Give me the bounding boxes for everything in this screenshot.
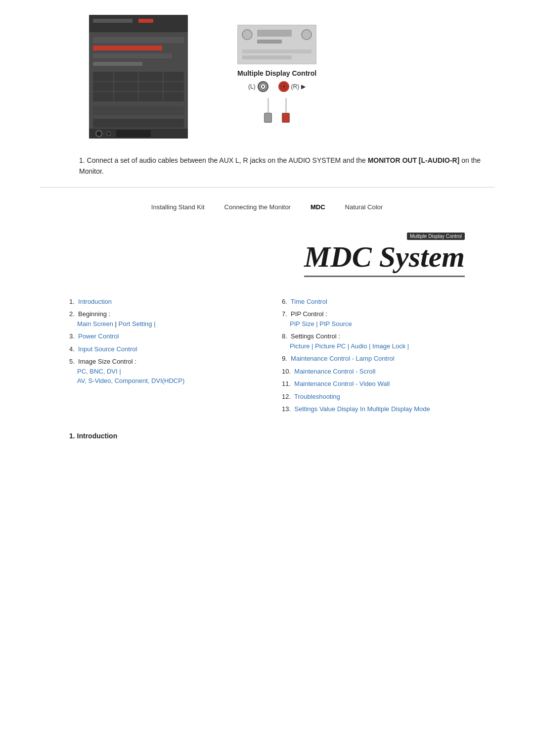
toc-sub-5b: AV, S-Video, Component, DVI(HDCP) <box>77 377 184 384</box>
desc-number: 1. <box>79 156 85 164</box>
pipe-5: | <box>119 368 121 375</box>
section-divider <box>40 187 494 188</box>
toc-item-9: 9. Maintenance Control - Lamp Control <box>282 354 465 364</box>
aux-label: Multiple Display Control <box>237 69 316 77</box>
tab-installing-stand-kit[interactable]: Installing Stand Kit <box>151 203 205 211</box>
toc-item-11: 11. Maintenance Control - Video Wall <box>282 379 465 389</box>
toc-sub-2: Main Screen | Port Setting | <box>77 320 156 328</box>
toc-link-power-control[interactable]: Power Control <box>78 332 119 340</box>
pipe-8c: | <box>369 342 372 350</box>
toc-link-main-screen[interactable]: Main Screen <box>77 320 113 328</box>
svg-point-22 <box>302 30 312 40</box>
pipe-2: | <box>154 320 155 328</box>
white-plug <box>264 113 272 123</box>
toc-label-5: Image Size Control : <box>78 358 136 365</box>
svg-rect-19 <box>116 130 151 137</box>
page-container: Multiple Display Control (L) (R) ▶ <box>0 0 534 460</box>
toc-left: 1. Introduction 2. Beginning : Main Scre… <box>69 297 252 417</box>
toc-link-port-setting[interactable]: Port Setting <box>119 320 152 328</box>
toc-num-10: 10. <box>282 368 293 375</box>
svg-rect-2 <box>93 19 133 23</box>
svg-rect-4 <box>93 37 184 43</box>
svg-rect-14 <box>93 106 184 115</box>
svg-point-18 <box>107 132 111 136</box>
toc-link-pip-size[interactable]: PIP Size <box>290 320 314 328</box>
toc-sub-5a: PC, BNC, DVI | <box>77 368 121 375</box>
mdc-system-title: MDC System <box>304 242 465 277</box>
toc-link-image-lock[interactable]: Image Lock <box>372 342 405 350</box>
toc-item-6: 6. Time Control <box>282 297 465 307</box>
toc-right: 6. Time Control 7. PIP Control : PIP Siz… <box>282 297 465 417</box>
svg-point-21 <box>242 30 252 40</box>
left-jack-group: (L) <box>248 81 268 92</box>
nav-tabs: Installing Stand Kit Connecting the Moni… <box>40 197 494 217</box>
pipe-8d: | <box>407 342 409 350</box>
toc-num-13: 13. <box>282 405 293 413</box>
tab-mdc[interactable]: MDC <box>311 203 325 211</box>
toc-label-8: Settings Control : <box>291 332 340 340</box>
toc-num-3: 3. <box>69 332 76 340</box>
white-cable <box>264 98 272 123</box>
toc-label-7: PIP Control : <box>291 310 327 318</box>
svg-rect-26 <box>242 55 292 59</box>
svg-rect-3 <box>138 19 153 23</box>
svg-rect-1 <box>89 15 188 32</box>
audio-device-image: Multiple Display Control (L) (R) ▶ <box>237 25 316 123</box>
toc-link-time-control[interactable]: Time Control <box>291 298 327 305</box>
toc-sub-8: Picture | Picture PC | Audio | Image Loc… <box>290 342 409 350</box>
toc-item-13: 13. Settings Value Display In Multiple D… <box>282 404 465 414</box>
toc-label-2: Beginning : <box>78 310 110 318</box>
svg-point-28 <box>262 86 264 88</box>
toc-link-picture[interactable]: Picture <box>290 342 310 350</box>
toc-sub-7: PIP Size | PIP Source <box>290 320 352 328</box>
toc-link-av-svideo[interactable]: AV, S-Video, Component, DVI(HDCP) <box>77 377 184 384</box>
toc-item-4: 4. Input Source Control <box>69 344 252 354</box>
monitor-image <box>89 15 188 140</box>
toc-link-troubleshooting[interactable]: Troubleshooting <box>294 393 340 400</box>
tab-connecting-monitor[interactable]: Connecting the Monitor <box>224 203 291 211</box>
right-jack <box>278 81 289 92</box>
toc-list-left: 1. Introduction 2. Beginning : Main Scre… <box>69 297 252 386</box>
toc-link-picture-pc[interactable]: Picture PC <box>315 342 346 350</box>
toc-num-4: 4. <box>69 345 76 353</box>
toc-num-2: 2. <box>69 310 76 318</box>
toc-link-audio[interactable]: Audio <box>351 342 367 350</box>
desc-bold: MONITOR OUT [L-AUDIO-R] <box>368 156 460 164</box>
desc-text: Connect a set of audio cables between th… <box>87 156 368 164</box>
toc-link-scroll[interactable]: Maintenance Control - Scroll <box>294 368 375 375</box>
toc-link-pc-bnc-dvi[interactable]: PC, BNC, DVI <box>77 368 118 375</box>
toc-link-input-source[interactable]: Input Source Control <box>78 345 137 353</box>
svg-rect-15 <box>93 119 184 128</box>
svg-rect-24 <box>257 40 282 44</box>
svg-point-17 <box>96 131 102 137</box>
toc-link-pip-source[interactable]: PIP Source <box>319 320 352 328</box>
toc-item-12: 12. Troubleshooting <box>282 392 465 402</box>
right-label: (R) <box>291 83 300 90</box>
aux-jacks: (L) (R) ▶ <box>248 81 306 92</box>
svg-point-30 <box>283 86 285 88</box>
toc-num-8: 8. <box>282 332 289 340</box>
tab-natural-color[interactable]: Natural Color <box>345 203 383 211</box>
toc-num-7: 7. <box>282 310 289 318</box>
section-heading-introduction: 1. Introduction <box>69 432 465 440</box>
mdc-badge: Multiple Display Control <box>407 233 465 240</box>
toc-num-11: 11. <box>282 380 293 387</box>
toc-item-1: 1. Introduction <box>69 297 252 307</box>
left-jack <box>258 81 268 92</box>
toc-link-lamp-control[interactable]: Maintenance Control - Lamp Control <box>291 355 395 362</box>
toc-item-7: 7. PIP Control : PIP Size | PIP Source <box>282 309 465 329</box>
svg-rect-23 <box>257 30 292 37</box>
description-section: 1. Connect a set of audio cables between… <box>79 155 494 177</box>
arrow-label: ▶ <box>301 83 306 90</box>
toc-link-settings-value[interactable]: Settings Value Display In Multiple Displ… <box>294 405 430 413</box>
mdc-section: Multiple Display Control MDC System <box>40 217 494 282</box>
left-label: (L) <box>248 83 256 90</box>
svg-rect-5 <box>93 46 162 50</box>
toc-section: 1. Introduction 2. Beginning : Main Scre… <box>69 297 465 417</box>
toc-link-introduction[interactable]: Introduction <box>78 298 112 305</box>
toc-num-12: 12. <box>282 393 293 400</box>
toc-num-6: 6. <box>282 298 289 305</box>
toc-list-right: 6. Time Control 7. PIP Control : PIP Siz… <box>282 297 465 414</box>
toc-item-8: 8. Settings Control : Picture | Picture … <box>282 331 465 351</box>
toc-link-video-wall[interactable]: Maintenance Control - Video Wall <box>294 380 390 387</box>
